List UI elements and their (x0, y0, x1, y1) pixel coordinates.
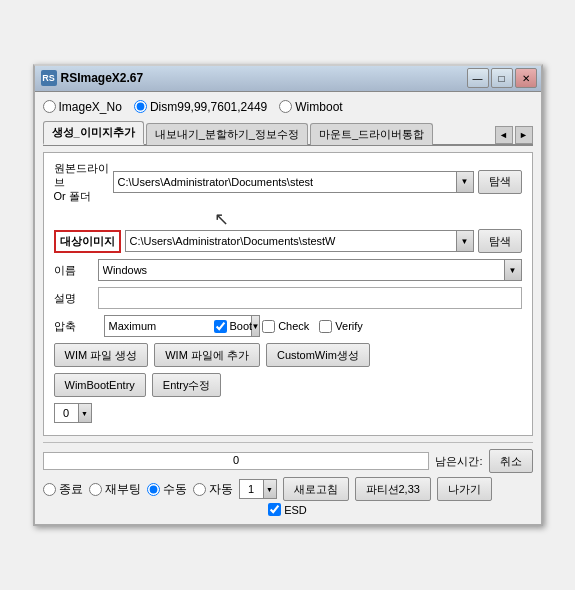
compression-label: 압축 (54, 319, 94, 334)
jong-radio-label[interactable]: 종료 (43, 481, 83, 498)
imagex-no-radio[interactable] (43, 100, 56, 113)
button-row-2: WimBootEntry Entry수정 (54, 373, 522, 397)
esd-row: ESD (43, 503, 533, 516)
name-dropdown-arrow[interactable]: ▼ (504, 259, 522, 281)
close-button[interactable]: ✕ (515, 68, 537, 88)
source-label: 원본드라이 브 Or 폴더 (54, 161, 109, 204)
cancel-button[interactable]: 취소 (489, 449, 533, 473)
source-browse-button[interactable]: 탐색 (478, 170, 522, 194)
jong-radio[interactable] (43, 483, 56, 496)
app-icon: RS (41, 70, 57, 86)
imagex-no-label: ImageX_No (59, 100, 122, 114)
mouse-cursor: ↖ (214, 208, 229, 230)
desc-row: 설명 (54, 287, 522, 309)
soo-label: 수동 (163, 481, 187, 498)
reboot-radio-label[interactable]: 재부팅 (89, 481, 141, 498)
target-dropdown-arrow[interactable]: ▼ (456, 230, 474, 252)
tab-export[interactable]: 내보내기_분할하기_정보수정 (146, 123, 308, 145)
target-path-input[interactable] (125, 230, 456, 252)
verify-check-label[interactable]: Verify (319, 320, 363, 333)
progress-value: 0 (44, 454, 429, 466)
wimboot-label: Wimboot (295, 100, 342, 114)
name-label: 이름 (54, 263, 94, 278)
partition-number-input[interactable] (239, 479, 263, 499)
compression-combo: ▼ (104, 315, 204, 337)
title-bar: RS RSImageX2.67 — □ ✕ (35, 66, 541, 92)
check-label: Check (278, 320, 309, 332)
name-row: 이름 ▼ (54, 259, 522, 281)
source-combo: ▼ (113, 171, 474, 193)
main-window: RS RSImageX2.67 — □ ✕ ImageX_No Dism99,9… (33, 64, 543, 527)
check-checkbox[interactable] (262, 320, 275, 333)
ja-radio-label[interactable]: 자동 (193, 481, 233, 498)
wimboot-entry-button[interactable]: WimBootEntry (54, 373, 146, 397)
custom-wim-button[interactable]: CustomWim생성 (266, 343, 370, 367)
button-row-1: WIM 파일 생성 WIM 파일에 추가 CustomWim생성 (54, 343, 522, 367)
partition-number-arrow[interactable]: ▼ (263, 479, 277, 499)
source-dropdown-arrow[interactable]: ▼ (456, 171, 474, 193)
soo-radio[interactable] (147, 483, 160, 496)
entry-number-input[interactable] (54, 403, 78, 423)
title-controls: — □ ✕ (467, 68, 537, 88)
esd-label: ESD (284, 504, 307, 516)
create-wim-button[interactable]: WIM 파일 생성 (54, 343, 149, 367)
name-combo: ▼ (98, 259, 522, 281)
minimize-button[interactable]: — (467, 68, 489, 88)
maximize-button[interactable]: □ (491, 68, 513, 88)
entry-number-arrow[interactable]: ▼ (78, 403, 92, 423)
desc-input[interactable] (98, 287, 522, 309)
entry-edit-button[interactable]: Entry수정 (152, 373, 222, 397)
dism-radio[interactable] (134, 100, 147, 113)
check-check-label[interactable]: Check (262, 320, 309, 333)
tabs-row: 생성_이미지추가 내보내기_분할하기_정보수정 마운트_드라이버통합 ◄ ► (43, 120, 533, 146)
source-row: 원본드라이 브 Or 폴더 ▼ 탐색 (54, 161, 522, 204)
target-combo: ▼ (125, 230, 474, 252)
ja-label: 자동 (209, 481, 233, 498)
top-radio-row: ImageX_No Dism99,99,7601,2449 Wimboot (43, 98, 533, 116)
jong-label: 종료 (59, 481, 83, 498)
bottom-row: 종료 재부팅 수동 자동 ▼ 새로고침 파티션2,33 나가기 (43, 477, 533, 501)
reboot-label: 재부팅 (105, 481, 141, 498)
tab-next-button[interactable]: ► (515, 126, 533, 144)
refresh-button[interactable]: 새로고침 (283, 477, 349, 501)
ja-radio[interactable] (193, 483, 206, 496)
tab-nav: ◄ ► (495, 126, 533, 144)
boot-checkbox[interactable] (214, 320, 227, 333)
progress-bar-container: 0 (43, 452, 430, 470)
verify-label: Verify (335, 320, 363, 332)
progress-section: 0 남은시간: 취소 (43, 442, 533, 473)
form-section: 원본드라이 브 Or 폴더 ▼ 탐색 ↖ 대상이미지 ▼ (43, 152, 533, 437)
esd-check-label[interactable]: ESD (268, 503, 307, 516)
esd-checkbox[interactable] (268, 503, 281, 516)
partition-button[interactable]: 파티션2,33 (355, 477, 431, 501)
wimboot-radio-label[interactable]: Wimboot (279, 100, 342, 114)
tab-create[interactable]: 생성_이미지추가 (43, 121, 144, 145)
desc-label: 설명 (54, 291, 94, 306)
title-bar-left: RS RSImageX2.67 (41, 70, 144, 86)
imagex-no-radio-label[interactable]: ImageX_No (43, 100, 122, 114)
target-browse-button[interactable]: 탐색 (478, 229, 522, 253)
next-button[interactable]: 나가기 (437, 477, 492, 501)
dism-label: Dism99,99,7601,2449 (150, 100, 267, 114)
time-remaining-label: 남은시간: (435, 454, 482, 469)
compression-row: 압축 ▼ Boot Check Verify (54, 315, 522, 337)
window-title: RSImageX2.67 (61, 71, 144, 85)
entry-number-row: ▼ (54, 403, 522, 423)
wimboot-radio[interactable] (279, 100, 292, 113)
append-wim-button[interactable]: WIM 파일에 추가 (154, 343, 260, 367)
tab-mount[interactable]: 마운트_드라이버통합 (310, 123, 433, 145)
cursor-area: ↖ (54, 209, 522, 229)
reboot-radio[interactable] (89, 483, 102, 496)
entry-number-combo: ▼ (54, 403, 92, 423)
source-path-input[interactable] (113, 171, 456, 193)
boot-check-label[interactable]: Boot (214, 320, 253, 333)
tab-prev-button[interactable]: ◄ (495, 126, 513, 144)
content-area: ImageX_No Dism99,99,7601,2449 Wimboot 생성… (35, 92, 541, 525)
boot-label: Boot (230, 320, 253, 332)
verify-checkbox[interactable] (319, 320, 332, 333)
name-input[interactable] (98, 259, 504, 281)
soo-radio-label[interactable]: 수동 (147, 481, 187, 498)
target-label: 대상이미지 (54, 230, 121, 253)
dism-radio-label[interactable]: Dism99,99,7601,2449 (134, 100, 267, 114)
progress-row: 0 남은시간: 취소 (43, 449, 533, 473)
